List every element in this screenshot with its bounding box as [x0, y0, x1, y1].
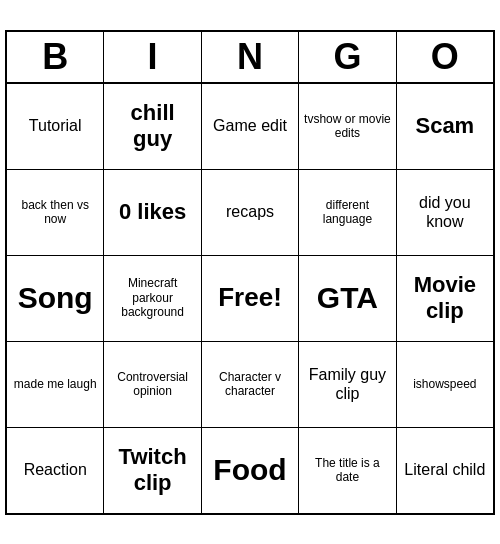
- bingo-row: back then vs now0 likesrecapsdifferent l…: [7, 170, 493, 256]
- header-letter: I: [104, 32, 201, 82]
- bingo-cell: Character v character: [202, 342, 299, 427]
- bingo-cell: Tutorial: [7, 84, 104, 169]
- bingo-body: Tutorialchill guyGame edittvshow or movi…: [7, 84, 493, 513]
- bingo-cell: Controversial opinion: [104, 342, 201, 427]
- bingo-cell: did you know: [397, 170, 493, 255]
- bingo-cell: chill guy: [104, 84, 201, 169]
- bingo-cell: Scam: [397, 84, 493, 169]
- bingo-cell: GTA: [299, 256, 396, 341]
- bingo-cell: ishowspeed: [397, 342, 493, 427]
- bingo-cell: tvshow or movie edits: [299, 84, 396, 169]
- bingo-cell: Free!: [202, 256, 299, 341]
- bingo-cell: Game edit: [202, 84, 299, 169]
- bingo-cell: back then vs now: [7, 170, 104, 255]
- bingo-row: made me laughControversial opinionCharac…: [7, 342, 493, 428]
- bingo-cell: recaps: [202, 170, 299, 255]
- bingo-cell: Minecraft parkour background: [104, 256, 201, 341]
- bingo-cell: Family guy clip: [299, 342, 396, 427]
- bingo-row: ReactionTwitch clipFoodThe title is a da…: [7, 428, 493, 513]
- bingo-card: BINGO Tutorialchill guyGame edittvshow o…: [5, 30, 495, 515]
- bingo-cell: Food: [202, 428, 299, 513]
- bingo-cell: Movie clip: [397, 256, 493, 341]
- bingo-cell: different language: [299, 170, 396, 255]
- header-letter: G: [299, 32, 396, 82]
- bingo-cell: Literal child: [397, 428, 493, 513]
- header-letter: N: [202, 32, 299, 82]
- bingo-row: SongMinecraft parkour backgroundFree!GTA…: [7, 256, 493, 342]
- bingo-cell: The title is a date: [299, 428, 396, 513]
- bingo-cell: Song: [7, 256, 104, 341]
- bingo-cell: 0 likes: [104, 170, 201, 255]
- bingo-cell: Reaction: [7, 428, 104, 513]
- header-letter: B: [7, 32, 104, 82]
- bingo-cell: made me laugh: [7, 342, 104, 427]
- bingo-header: BINGO: [7, 32, 493, 84]
- bingo-cell: Twitch clip: [104, 428, 201, 513]
- header-letter: O: [397, 32, 493, 82]
- bingo-row: Tutorialchill guyGame edittvshow or movi…: [7, 84, 493, 170]
